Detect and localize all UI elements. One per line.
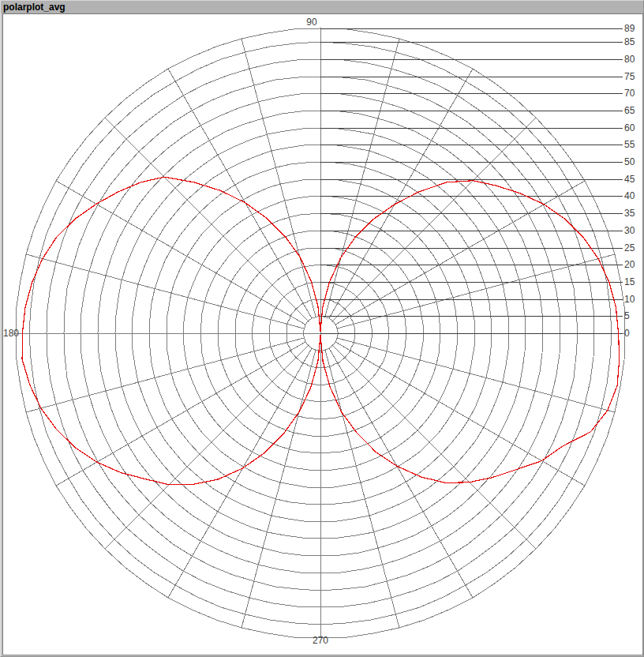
window: polarplot_avg 89858075706560555045403530… — [0, 0, 644, 657]
window-title-bar[interactable]: polarplot_avg — [1, 1, 643, 13]
plot-panel — [2, 13, 643, 655]
window-title: polarplot_avg — [3, 2, 66, 13]
